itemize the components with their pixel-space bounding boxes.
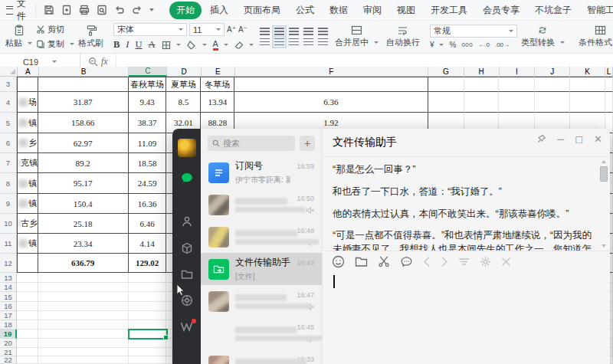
- align-top-icon[interactable]: [260, 28, 270, 35]
- increase-decimal-button[interactable]: .00→: [495, 41, 510, 48]
- cell-B15[interactable]: [38, 292, 129, 302]
- row-header-15[interactable]: 15: [0, 292, 17, 302]
- cell-A9[interactable]: 镇: [17, 194, 38, 214]
- cell-F3[interactable]: [234, 77, 428, 92]
- cell-A22[interactable]: [17, 356, 38, 364]
- column-header-D[interactable]: D: [167, 67, 202, 77]
- font-name-select[interactable]: 宋体: [113, 23, 187, 36]
- cell-A18[interactable]: [17, 320, 38, 330]
- user-avatar[interactable]: [178, 139, 196, 157]
- message-area[interactable]: “那是怎么一回事？”和也吞了一下口水，答道：“我订婚了。”他的表情太过认真，本间…: [323, 157, 610, 251]
- column-header-L[interactable]: L: [605, 67, 613, 77]
- chat-list-item-redacted-4[interactable]: 16:47: [201, 285, 322, 317]
- column-header-F[interactable]: F: [235, 67, 428, 77]
- tab-3[interactable]: 页面布局: [237, 2, 287, 19]
- minimize-icon[interactable]: ─: [557, 134, 564, 144]
- cell-C22[interactable]: [129, 356, 167, 364]
- cell-B16[interactable]: [38, 302, 129, 311]
- decrease-indent-icon[interactable]: [303, 28, 313, 35]
- cell-L4[interactable]: [605, 92, 613, 113]
- cell-C11[interactable]: 4.14: [129, 234, 167, 254]
- maximize-icon[interactable]: ◻: [575, 134, 583, 144]
- contacts-icon[interactable]: [181, 215, 193, 228]
- cell-A15[interactable]: [17, 292, 38, 302]
- cut-button[interactable]: 剪切: [36, 24, 74, 35]
- strikethrough-button[interactable]: A: [149, 39, 156, 51]
- save-icon[interactable]: [44, 5, 54, 15]
- row-header-17[interactable]: 17: [0, 311, 17, 320]
- close-icon[interactable]: ✕: [594, 134, 602, 144]
- cell-A6[interactable]: 乡: [17, 133, 38, 153]
- insert-function-icon[interactable]: fx: [101, 56, 108, 67]
- redo-icon[interactable]: [132, 5, 143, 15]
- angle-right-icon[interactable]: [441, 256, 448, 267]
- cell-B10[interactable]: 25.18: [38, 214, 129, 234]
- row-header-19[interactable]: 19: [0, 330, 17, 339]
- distributed-icon[interactable]: [318, 38, 328, 46]
- cell-B3[interactable]: [38, 77, 129, 92]
- justify-icon[interactable]: [303, 38, 313, 46]
- tab-2[interactable]: 插入: [203, 2, 235, 19]
- cell-C3[interactable]: 春秋草场: [129, 77, 167, 92]
- cell-B6[interactable]: 62.97: [38, 133, 129, 153]
- print-icon[interactable]: [79, 5, 90, 15]
- new-chat-button[interactable]: +: [300, 136, 315, 151]
- cell-C21[interactable]: [129, 348, 167, 356]
- row-header-20[interactable]: 20: [0, 339, 17, 348]
- decrease-font-icon[interactable]: A⁻: [238, 25, 247, 34]
- cell-A21[interactable]: [17, 348, 38, 356]
- chat-list-item-文件传输助手[interactable]: 文件传输助手[文件]16:42: [201, 253, 322, 285]
- cell-J4[interactable]: [535, 92, 570, 113]
- merge-center-button[interactable]: 合并居中: [331, 25, 382, 48]
- cell-C17[interactable]: [129, 311, 167, 320]
- cell-B19[interactable]: [38, 330, 129, 339]
- tab-11[interactable]: 智能工具箱: [580, 2, 613, 19]
- column-header-J[interactable]: J: [535, 67, 570, 77]
- thousands-format-button[interactable]: 000: [461, 41, 473, 48]
- chat-list-item-redacted-5[interactable]: 16:45: [201, 317, 322, 349]
- cell-G4[interactable]: [428, 92, 464, 113]
- column-header-A[interactable]: A: [18, 67, 39, 77]
- column-header-H[interactable]: H: [464, 67, 500, 77]
- cell-F4[interactable]: 6.36: [234, 92, 428, 113]
- message-input[interactable]: [323, 271, 610, 364]
- close-tool-icon[interactable]: [501, 257, 511, 267]
- cell-I3[interactable]: [499, 77, 535, 92]
- file-icon[interactable]: [355, 256, 368, 267]
- cell-C16[interactable]: [129, 302, 167, 311]
- lines-icon[interactable]: [458, 257, 470, 267]
- cell-B22[interactable]: [38, 356, 129, 364]
- row-header-5[interactable]: 5: [0, 113, 17, 133]
- cell-B11[interactable]: 23.34: [38, 234, 129, 254]
- collections-icon[interactable]: [181, 242, 193, 254]
- chat-list-item-redacted-2[interactable]: 16:48: [201, 221, 322, 253]
- select-all-corner[interactable]: [0, 67, 18, 77]
- conditional-format-button[interactable]: 条件格式: [575, 22, 613, 51]
- cell-B17[interactable]: [38, 311, 129, 320]
- cell-B7[interactable]: 89.2: [38, 153, 129, 173]
- increase-font-icon[interactable]: A⁺: [227, 25, 236, 34]
- row-header-10[interactable]: 10: [0, 214, 17, 234]
- wrap-text-button[interactable]: 自动换行: [382, 25, 424, 48]
- tab-10[interactable]: 不坑盒子: [528, 2, 579, 19]
- font-color-button[interactable]: A: [213, 40, 228, 51]
- chat-history-icon[interactable]: [400, 256, 413, 268]
- cell-G3[interactable]: [428, 77, 464, 92]
- cell-A4[interactable]: 场: [17, 92, 38, 113]
- cell-B20[interactable]: [38, 339, 129, 348]
- cell-B18[interactable]: [38, 320, 129, 330]
- row-header-9[interactable]: 9: [0, 194, 17, 214]
- cell-C5[interactable]: 38.37: [129, 113, 167, 133]
- wechat-search-input[interactable]: 搜索: [208, 136, 295, 151]
- cell-A14[interactable]: [17, 283, 38, 292]
- selected-cell-C19[interactable]: [128, 329, 168, 339]
- cell-H3[interactable]: [464, 77, 500, 92]
- more-commands-icon[interactable]: [149, 8, 154, 11]
- format-painter-button[interactable]: 格式刷: [74, 25, 107, 49]
- cell-B9[interactable]: 150.4: [38, 194, 129, 214]
- cell-A16[interactable]: [17, 302, 38, 311]
- cell-C13[interactable]: [129, 273, 167, 283]
- row-header-6[interactable]: 6: [0, 133, 17, 153]
- copy-button[interactable]: 复制: [36, 38, 74, 50]
- moments-icon[interactable]: [181, 294, 193, 307]
